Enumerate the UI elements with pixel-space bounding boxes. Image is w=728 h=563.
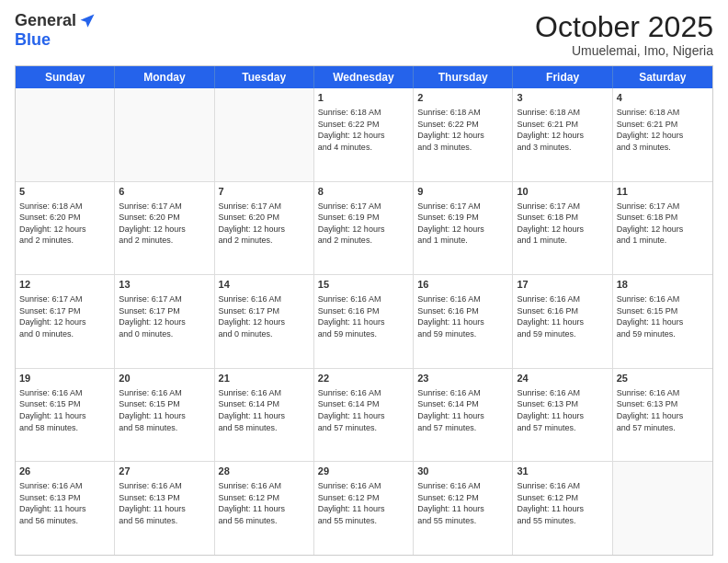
cell-info: Sunrise: 6:18 AM Sunset: 6:21 PM Dayligh… [517,107,608,153]
cell-info: Sunrise: 6:16 AM Sunset: 6:12 PM Dayligh… [318,480,409,526]
weekday-header-sunday: Sunday [16,66,115,88]
day-number: 21 [219,372,310,385]
day-number: 7 [219,185,310,199]
day-number: 31 [517,465,608,478]
weekday-header-wednesday: Wednesday [314,66,414,88]
day-number: 3 [517,91,608,105]
calendar-cell-day-10: 10Sunrise: 6:17 AM Sunset: 6:18 PM Dayli… [513,182,612,275]
cell-info: Sunrise: 6:17 AM Sunset: 6:18 PM Dayligh… [517,201,608,247]
weekday-header-saturday: Saturday [613,66,712,88]
calendar-cell-day-14: 14Sunrise: 6:16 AM Sunset: 6:17 PM Dayli… [215,275,314,368]
cell-info: Sunrise: 6:17 AM Sunset: 6:19 PM Dayligh… [417,201,508,247]
calendar-cell-day-12: 12Sunrise: 6:17 AM Sunset: 6:17 PM Dayli… [16,275,115,368]
calendar-row-4: 26Sunrise: 6:16 AM Sunset: 6:13 PM Dayli… [16,461,712,555]
cell-info: Sunrise: 6:16 AM Sunset: 6:13 PM Dayligh… [119,480,210,526]
cell-info: Sunrise: 6:16 AM Sunset: 6:14 PM Dayligh… [219,387,310,433]
day-number: 16 [417,278,508,292]
calendar-cell-empty [613,462,712,555]
logo-general-text: General [15,11,76,30]
cell-info: Sunrise: 6:17 AM Sunset: 6:19 PM Dayligh… [318,201,409,247]
calendar-cell-day-24: 24Sunrise: 6:16 AM Sunset: 6:13 PM Dayli… [513,369,612,462]
day-number: 1 [318,91,409,105]
calendar-cell-day-26: 26Sunrise: 6:16 AM Sunset: 6:13 PM Dayli… [16,462,115,555]
calendar-body: 1Sunrise: 6:18 AM Sunset: 6:22 PM Daylig… [16,88,712,555]
cell-info: Sunrise: 6:17 AM Sunset: 6:18 PM Dayligh… [617,201,709,247]
cell-info: Sunrise: 6:16 AM Sunset: 6:14 PM Dayligh… [318,387,409,433]
day-number: 20 [119,372,210,385]
day-number: 5 [19,185,110,199]
cell-info: Sunrise: 6:17 AM Sunset: 6:17 PM Dayligh… [19,293,110,339]
day-number: 2 [417,91,508,105]
calendar-cell-day-18: 18Sunrise: 6:16 AM Sunset: 6:15 PM Dayli… [613,275,712,368]
day-number: 18 [617,278,709,292]
cell-info: Sunrise: 6:16 AM Sunset: 6:13 PM Dayligh… [617,387,709,433]
day-number: 4 [617,91,709,105]
weekday-header-tuesday: Tuesday [215,66,314,88]
location: Umuelemai, Imo, Nigeria [535,43,713,58]
cell-info: Sunrise: 6:18 AM Sunset: 6:20 PM Dayligh… [19,201,110,247]
cell-info: Sunrise: 6:16 AM Sunset: 6:15 PM Dayligh… [119,387,210,433]
month-title: October 2025 [535,11,713,43]
day-number: 23 [417,372,508,385]
cell-info: Sunrise: 6:16 AM Sunset: 6:13 PM Dayligh… [517,387,608,433]
cell-info: Sunrise: 6:16 AM Sunset: 6:17 PM Dayligh… [219,293,310,339]
cell-info: Sunrise: 6:16 AM Sunset: 6:15 PM Dayligh… [19,387,110,433]
calendar-cell-day-9: 9Sunrise: 6:17 AM Sunset: 6:19 PM Daylig… [414,182,513,275]
calendar-cell-day-29: 29Sunrise: 6:16 AM Sunset: 6:12 PM Dayli… [314,462,414,555]
day-number: 6 [119,185,210,199]
cell-info: Sunrise: 6:16 AM Sunset: 6:16 PM Dayligh… [318,293,409,339]
calendar: SundayMondayTuesdayWednesdayThursdayFrid… [15,65,713,556]
calendar-cell-day-17: 17Sunrise: 6:16 AM Sunset: 6:16 PM Dayli… [513,275,612,368]
day-number: 13 [119,278,210,292]
cell-info: Sunrise: 6:16 AM Sunset: 6:12 PM Dayligh… [517,480,608,526]
cell-info: Sunrise: 6:18 AM Sunset: 6:21 PM Dayligh… [617,107,709,153]
cell-info: Sunrise: 6:16 AM Sunset: 6:12 PM Dayligh… [417,480,508,526]
calendar-cell-day-2: 2Sunrise: 6:18 AM Sunset: 6:22 PM Daylig… [414,88,513,181]
day-number: 8 [318,185,409,199]
cell-info: Sunrise: 6:16 AM Sunset: 6:12 PM Dayligh… [219,480,310,526]
calendar-cell-day-16: 16Sunrise: 6:16 AM Sunset: 6:16 PM Dayli… [414,275,513,368]
calendar-cell-empty [215,88,314,181]
day-number: 30 [417,465,508,478]
day-number: 24 [517,372,608,385]
cell-info: Sunrise: 6:16 AM Sunset: 6:16 PM Dayligh… [517,293,608,339]
logo: General Blue [15,11,97,50]
day-number: 29 [318,465,409,478]
cell-info: Sunrise: 6:16 AM Sunset: 6:14 PM Dayligh… [417,387,508,433]
calendar-cell-day-8: 8Sunrise: 6:17 AM Sunset: 6:19 PM Daylig… [314,182,414,275]
weekday-header-thursday: Thursday [414,66,513,88]
calendar-cell-day-13: 13Sunrise: 6:17 AM Sunset: 6:17 PM Dayli… [115,275,214,368]
calendar-cell-day-7: 7Sunrise: 6:17 AM Sunset: 6:20 PM Daylig… [215,182,314,275]
calendar-cell-day-3: 3Sunrise: 6:18 AM Sunset: 6:21 PM Daylig… [513,88,612,181]
cell-info: Sunrise: 6:17 AM Sunset: 6:17 PM Dayligh… [119,293,210,339]
logo-bird-icon [78,12,97,30]
page: General Blue October 2025 Umuelemai, Imo… [0,0,728,563]
calendar-cell-day-19: 19Sunrise: 6:16 AM Sunset: 6:15 PM Dayli… [16,369,115,462]
weekday-header-friday: Friday [513,66,612,88]
calendar-cell-day-5: 5Sunrise: 6:18 AM Sunset: 6:20 PM Daylig… [16,182,115,275]
cell-info: Sunrise: 6:16 AM Sunset: 6:16 PM Dayligh… [417,293,508,339]
calendar-cell-day-11: 11Sunrise: 6:17 AM Sunset: 6:18 PM Dayli… [613,182,712,275]
day-number: 22 [318,372,409,385]
calendar-cell-day-23: 23Sunrise: 6:16 AM Sunset: 6:14 PM Dayli… [414,369,513,462]
day-number: 15 [318,278,409,292]
day-number: 26 [19,465,110,478]
calendar-cell-day-25: 25Sunrise: 6:16 AM Sunset: 6:13 PM Dayli… [613,369,712,462]
day-number: 14 [219,278,310,292]
weekday-header-monday: Monday [115,66,214,88]
calendar-cell-day-21: 21Sunrise: 6:16 AM Sunset: 6:14 PM Dayli… [215,369,314,462]
calendar-row-0: 1Sunrise: 6:18 AM Sunset: 6:22 PM Daylig… [16,88,712,181]
calendar-row-3: 19Sunrise: 6:16 AM Sunset: 6:15 PM Dayli… [16,368,712,462]
calendar-cell-day-28: 28Sunrise: 6:16 AM Sunset: 6:12 PM Dayli… [215,462,314,555]
cell-info: Sunrise: 6:17 AM Sunset: 6:20 PM Dayligh… [219,201,310,247]
calendar-cell-day-1: 1Sunrise: 6:18 AM Sunset: 6:22 PM Daylig… [314,88,414,181]
day-number: 17 [517,278,608,292]
title-block: October 2025 Umuelemai, Imo, Nigeria [535,11,713,58]
calendar-cell-day-27: 27Sunrise: 6:16 AM Sunset: 6:13 PM Dayli… [115,462,214,555]
cell-info: Sunrise: 6:17 AM Sunset: 6:20 PM Dayligh… [119,201,210,247]
cell-info: Sunrise: 6:16 AM Sunset: 6:13 PM Dayligh… [19,480,110,526]
day-number: 12 [19,278,110,292]
calendar-row-2: 12Sunrise: 6:17 AM Sunset: 6:17 PM Dayli… [16,274,712,368]
day-number: 19 [19,372,110,385]
calendar-cell-day-6: 6Sunrise: 6:17 AM Sunset: 6:20 PM Daylig… [115,182,214,275]
